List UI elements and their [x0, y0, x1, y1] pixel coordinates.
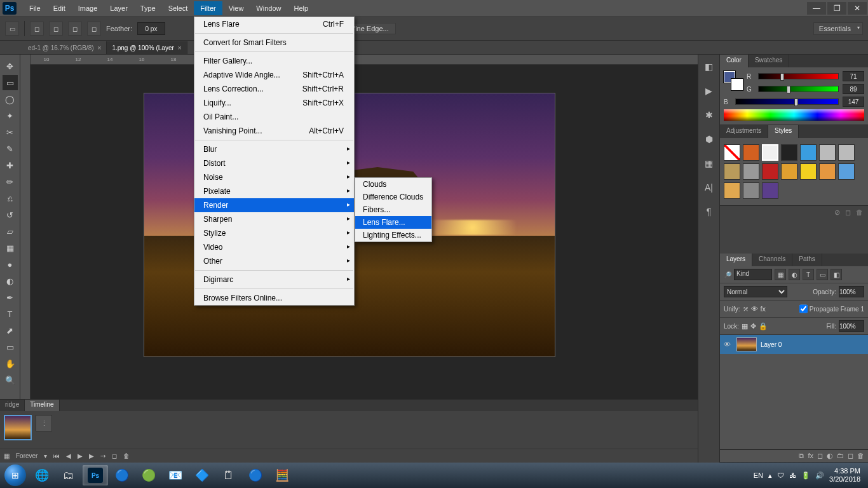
close-icon[interactable]: ×	[98, 44, 102, 51]
intersect-selection-icon[interactable]: ◻	[87, 22, 101, 36]
menu-noise[interactable]: Noise	[194, 170, 354, 184]
style-swatch[interactable]	[724, 163, 740, 180]
gradient-tool[interactable]: ▦	[3, 240, 18, 255]
tray-shield-icon[interactable]: 🛡	[777, 471, 784, 479]
path-select-tool[interactable]: ⬈	[3, 323, 18, 338]
delete-layer-icon[interactable]: 🗑	[857, 452, 864, 460]
history-icon[interactable]: ◧	[702, 60, 716, 74]
style-swatch[interactable]	[724, 182, 740, 199]
new-layer-icon[interactable]: ◻	[848, 452, 853, 460]
unify-style-icon[interactable]: fx	[761, 305, 766, 313]
clock[interactable]: 4:38 PM 3/20/2018	[829, 467, 860, 484]
tab-minibridge[interactable]: ridge	[0, 400, 25, 411]
delete-frame-icon[interactable]: 🗑	[123, 452, 130, 459]
menu-lens-flare[interactable]: Lens Flare...	[355, 216, 431, 229]
brush-presets-icon[interactable]: ⬢	[702, 132, 716, 146]
menu-edit[interactable]: Edit	[47, 1, 72, 15]
menu-help[interactable]: Help	[287, 1, 315, 15]
filter-type-icon[interactable]: T	[803, 269, 814, 280]
menu-convert-smart[interactable]: Convert for Smart Filters	[194, 36, 354, 50]
adjustment-icon[interactable]: ◐	[827, 452, 833, 460]
skype-icon[interactable]: 🔵	[243, 465, 268, 485]
propagate-checkbox[interactable]: Propagate Frame 1	[799, 303, 864, 315]
menu-lens-correction[interactable]: Lens Correction...Shift+Ctrl+R	[194, 82, 354, 96]
menu-fibers[interactable]: Fibers...	[355, 203, 431, 216]
brush-tool[interactable]: ✏	[3, 174, 18, 189]
menu-layer[interactable]: Layer	[104, 1, 134, 15]
zoom-tool[interactable]: 🔍	[3, 372, 18, 388]
menu-digimarc[interactable]: Digimarc	[194, 273, 354, 287]
close-button[interactable]: ✕	[848, 2, 867, 15]
character-icon[interactable]: A|	[702, 180, 716, 194]
filter-kind[interactable]: Kind	[734, 269, 772, 280]
g-slider[interactable]	[758, 86, 839, 92]
app5-icon[interactable]: 🔷	[189, 465, 215, 485]
start-button[interactable]: ⊞	[3, 463, 28, 488]
style-swatch[interactable]	[743, 163, 759, 180]
style-swatch[interactable]	[800, 144, 817, 161]
menu-clouds[interactable]: Clouds	[355, 178, 431, 191]
lasso-tool[interactable]: ◯	[3, 92, 18, 107]
subtract-selection-icon[interactable]: ◻	[68, 22, 82, 36]
next-frame-icon[interactable]: ▶	[89, 452, 94, 459]
tab-channels[interactable]: Channels	[752, 254, 792, 266]
menu-video[interactable]: Video	[194, 240, 354, 254]
outlook-icon[interactable]: 📧	[163, 465, 188, 485]
clone-source-icon[interactable]: ▦	[702, 156, 716, 170]
chrome-icon[interactable]: 🔵	[109, 465, 135, 485]
lang-indicator[interactable]: EN	[754, 471, 763, 479]
group-icon[interactable]: 🗀	[837, 452, 844, 460]
stamp-tool[interactable]: ⎌	[3, 191, 18, 206]
trash-icon[interactable]: 🗑	[856, 208, 863, 217]
move-tool[interactable]: ✥	[3, 58, 18, 74]
none-icon[interactable]: ⊘	[834, 208, 840, 217]
menu-distort[interactable]: Distort	[194, 156, 354, 170]
tab-swatches[interactable]: Swatches	[749, 55, 789, 67]
b-slider[interactable]	[735, 98, 839, 105]
play-icon[interactable]: ▶	[78, 452, 83, 459]
marquee-tool[interactable]: ▭	[3, 75, 18, 90]
feather-input[interactable]	[137, 22, 165, 35]
color-spectrum[interactable]	[724, 109, 864, 121]
paragraph-icon[interactable]: ¶	[702, 205, 716, 219]
menu-diff-clouds[interactable]: Difference Clouds	[355, 191, 431, 203]
add-selection-icon[interactable]: ◻	[49, 22, 63, 36]
tween-icon[interactable]: ⋮	[36, 415, 52, 431]
tray-battery-icon[interactable]: 🔋	[801, 471, 810, 480]
lock-all-icon[interactable]: 🔒	[759, 322, 768, 330]
menu-window[interactable]: Window	[250, 1, 287, 15]
menu-lighting-effects[interactable]: Lighting Effects...	[355, 229, 431, 241]
opacity-input[interactable]	[839, 286, 864, 297]
filter-adjust-icon[interactable]: ◐	[789, 269, 800, 280]
style-swatch[interactable]	[762, 163, 778, 180]
pen-tool[interactable]: ✒	[3, 290, 18, 305]
menu-last-filter[interactable]: Lens FlareCtrl+F	[194, 17, 354, 31]
style-swatch[interactable]	[838, 163, 855, 180]
layer-thumbnail[interactable]	[736, 337, 757, 351]
layer-item[interactable]: 👁 Layer 0	[720, 335, 868, 354]
workspace-switcher[interactable]: Essentials	[813, 22, 863, 35]
tab-layers[interactable]: Layers	[720, 254, 752, 266]
doc-tab-1[interactable]: 1.png @ 100% (Layer×	[107, 41, 187, 54]
tool-preset-icon[interactable]: ▭	[5, 22, 19, 36]
tray-network-icon[interactable]: 🖧	[789, 471, 796, 479]
lock-position-icon[interactable]: ✥	[750, 322, 756, 330]
close-icon[interactable]: ×	[178, 44, 182, 51]
layer-name[interactable]: Layer 0	[761, 341, 782, 348]
menu-other[interactable]: Other	[194, 254, 354, 268]
tab-adjustments[interactable]: Adjustments	[720, 125, 768, 138]
tab-color[interactable]: Color	[720, 55, 749, 67]
style-swatch[interactable]	[819, 144, 836, 161]
style-swatch[interactable]	[724, 144, 740, 161]
type-tool[interactable]: T	[3, 306, 18, 322]
photoshop-icon[interactable]: Ps	[83, 465, 108, 485]
style-swatch[interactable]	[762, 144, 778, 161]
menu-liquify[interactable]: Liquify...Shift+Ctrl+X	[194, 96, 354, 110]
healing-tool[interactable]: ✚	[3, 158, 18, 173]
new-selection-icon[interactable]: ◻	[30, 22, 44, 36]
menu-blur[interactable]: Blur	[194, 142, 354, 156]
menu-pixelate[interactable]: Pixelate	[194, 184, 354, 198]
tween-icon[interactable]: ⇢	[100, 452, 105, 459]
shape-tool[interactable]: ▭	[3, 339, 18, 355]
notes-icon[interactable]: 🗒	[216, 465, 241, 485]
